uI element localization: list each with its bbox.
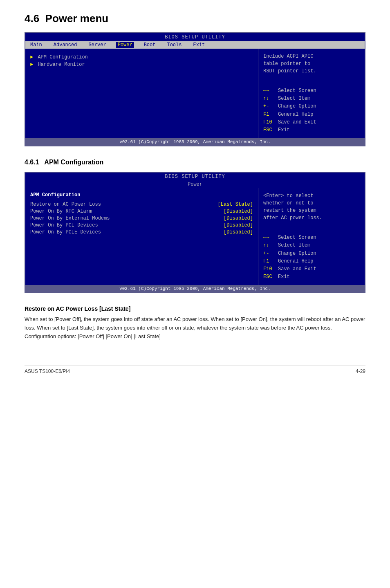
key-esc-desc-1: Exit [278,126,290,134]
help-key-esc-1: ESC Exit [263,126,360,134]
bios-help-keys-1: ←→ Select Screen ↑↓ Select Item +- Chang… [263,87,360,134]
key-f10-desc-1: Save and Exit [278,119,316,126]
menu-server-1[interactable]: Server [87,42,108,48]
help-key-lr-2: ←→ Select Screen [263,234,360,242]
help-key-ud-1: ↑↓ Select Item [263,95,360,103]
config-value-2: [Disabled] [224,209,253,214]
help-key-pm-2: +- Change Option [263,250,360,258]
bios-screen-1: BIOS SETUP UTILITY Main Advanced Server … [25,32,365,146]
help-key-f10-2: F10 Save and Exit [263,265,360,273]
bios-menu-bar-1: Main Advanced Server Power Boot Tools Ex… [25,41,365,49]
bios-right-2: <Enter> to selectwhether or not torestar… [258,188,365,285]
key-f10-sym-2: F10 [263,265,276,273]
menu-power-1[interactable]: Power [116,42,134,48]
config-value-1: [Last State] [218,202,253,207]
bios-item-apm[interactable]: ► APM Configuration [30,54,253,60]
bios-left-2: APM Configuration Restore on AC Power Lo… [25,188,258,285]
config-label-2: Power On By RTC Alarm [30,209,92,214]
page-footer: ASUS TS100-E6/PI4 4-29 [25,366,365,374]
help-key-f1-1: F1 General Help [263,111,360,119]
key-lr-sym-1: ←→ [263,87,276,95]
help-key-ud-2: ↑↓ Select Item [263,242,360,249]
help-key-f10-1: F10 Save and Exit [263,119,360,126]
bios-title-bar-1: BIOS SETUP UTILITY [25,33,365,41]
key-f10-sym-1: F10 [263,119,276,126]
bios-info-text-1: Include ACPI APICtable pointer toRSDT po… [263,53,360,75]
description-body: When set to [Power Off], the system goes… [25,315,365,341]
section-title: 4.6 Power menu [25,12,365,25]
help-key-lr-1: ←→ Select Screen [263,87,360,95]
config-value-5: [Disabled] [224,229,253,235]
key-ud-desc-2: Select Item [278,242,310,249]
menu-advanced-1[interactable]: Advanced [52,42,79,48]
config-row-1[interactable]: Restore on AC Power Loss [Last State] [30,202,253,207]
key-ud-sym-2: ↑↓ [263,242,276,249]
bios-footer-1: v02.61 (C)Copyright 1985-2009, American … [25,138,365,146]
config-value-4: [Disabled] [224,222,253,228]
config-row-2[interactable]: Power On By RTC Alarm [Disabled] [30,209,253,214]
config-row-4[interactable]: Power On By PCI Devices [Disabled] [30,222,253,228]
config-label-5: Power On By PCIE Devices [30,229,101,235]
help-key-pm-1: +- Change Option [263,103,360,110]
config-row-3[interactable]: Power On By External Modems [Disabled] [30,215,253,221]
key-f1-desc-1: General Help [278,111,313,119]
key-f1-sym-2: F1 [263,258,276,265]
key-f10-desc-2: Save and Exit [278,265,316,273]
bios-section-header-2: APM Configuration [30,192,253,199]
key-pm-desc-1: Change Option [278,103,316,110]
bios-left-1: ► APM Configuration ► Hardware Monitor [25,49,258,138]
key-esc-sym-1: ESC [263,126,276,134]
description-heading: Restore on AC Power Loss [Last State] [25,305,365,312]
bios-body-2: APM Configuration Restore on AC Power Lo… [25,188,365,285]
key-pm-desc-2: Change Option [278,250,316,258]
footer-right: 4-29 [356,368,365,374]
arrow-icon-2: ► [30,62,33,67]
key-f1-sym-1: F1 [263,111,276,119]
help-key-esc-2: ESC Exit [263,273,360,281]
config-value-3: [Disabled] [224,215,253,221]
help-key-f1-2: F1 General Help [263,258,360,265]
key-ud-desc-1: Select Item [278,95,310,103]
key-ud-sym-1: ↑↓ [263,95,276,103]
config-row-5[interactable]: Power On By PCIE Devices [Disabled] [30,229,253,235]
key-lr-sym-2: ←→ [263,234,276,242]
subsection-title: 4.6.1 APM Configuration [25,159,365,166]
config-label-1: Restore on AC Power Loss [30,202,101,207]
bios-title-bar-2: BIOS SETUP UTILITY [25,173,365,181]
key-esc-desc-2: Exit [278,273,290,281]
bios-body-1: ► APM Configuration ► Hardware Monitor I… [25,49,365,138]
footer-left: ASUS TS100-E6/PI4 [25,368,70,374]
menu-tools-1[interactable]: Tools [165,42,183,48]
config-label-4: Power On By PCI Devices [30,222,98,228]
menu-exit-1[interactable]: Exit [191,42,206,48]
bios-right-1: Include ACPI APICtable pointer toRSDT po… [258,49,365,138]
menu-boot-1[interactable]: Boot [142,42,157,48]
bios-info-text-2: <Enter> to selectwhether or not torestar… [263,192,360,222]
key-pm-sym-1: +- [263,103,276,110]
arrow-icon-1: ► [30,54,33,60]
key-lr-desc-1: Select Screen [278,87,316,95]
bios-screen-2: BIOS SETUP UTILITY Power APM Configurati… [25,172,365,293]
bios-subtitle-bar-2: Power [25,181,365,188]
bios-help-keys-2: ←→ Select Screen ↑↓ Select Item +- Chang… [263,234,360,281]
key-pm-sym-2: +- [263,250,276,258]
key-lr-desc-2: Select Screen [278,234,316,242]
bios-footer-2: v02.61 (C)Copyright 1985-2009, American … [25,285,365,292]
menu-main-1[interactable]: Main [29,42,44,48]
key-esc-sym-2: ESC [263,273,276,281]
config-label-3: Power On By External Modems [30,215,110,221]
key-f1-desc-2: General Help [278,258,313,265]
bios-item-hwmon[interactable]: ► Hardware Monitor [30,62,253,67]
